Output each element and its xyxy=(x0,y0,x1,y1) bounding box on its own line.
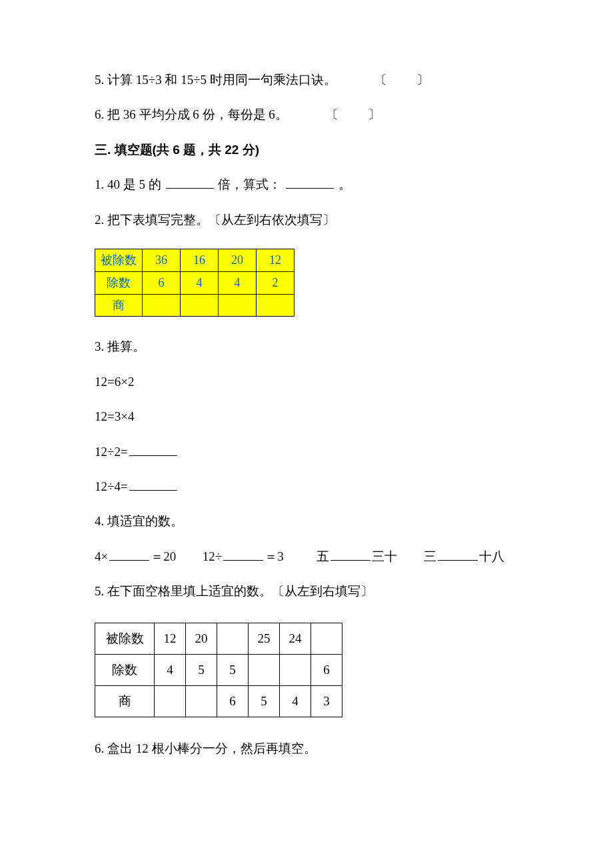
fill-question-6: 6. 盒出 12 根小棒分一分，然后再填空。 xyxy=(95,739,523,759)
bw-h6[interactable] xyxy=(311,623,342,655)
bw-h5: 24 xyxy=(280,623,311,655)
f4-c2: 三十 xyxy=(372,549,397,563)
bw-h1: 12 xyxy=(155,623,186,655)
bw-h2: 20 xyxy=(186,623,217,655)
bw-s5: 4 xyxy=(280,686,311,717)
f1-text-1: 40 是 5 的 xyxy=(107,177,161,191)
f3-l3-text: 12÷2= xyxy=(95,445,128,459)
bw-h0: 被除数 xyxy=(95,623,155,655)
q6-text: 把 36 平均分成 6 份，每份是 6。 xyxy=(107,107,288,121)
table-row: 除数 6 4 4 2 xyxy=(95,271,295,294)
f1-blank-2[interactable] xyxy=(286,175,334,189)
yt-s3[interactable] xyxy=(219,294,257,317)
yt-s0: 商 xyxy=(95,294,143,317)
table-row: 被除数 12 20 25 24 xyxy=(95,623,342,655)
q5-blank-paren[interactable]: 〔 〕 xyxy=(374,73,430,87)
f1-text-3: 。 xyxy=(338,177,351,191)
f4-a1: 4× xyxy=(95,549,108,563)
yt-r4: 2 xyxy=(257,271,295,294)
q5-number: 5. xyxy=(95,73,104,87)
yt-h2: 16 xyxy=(181,249,219,271)
table-row: 商 6 5 4 3 xyxy=(95,686,342,717)
yt-r1: 6 xyxy=(143,271,181,294)
f1-text-2: 倍，算式： xyxy=(218,177,281,191)
fill-question-4: 4. 填适宜的数。 xyxy=(95,511,523,531)
f3-number: 3. xyxy=(95,339,104,353)
yt-h1: 36 xyxy=(143,249,181,271)
f6-text: 盒出 12 根小棒分一分，然后再填空。 xyxy=(107,741,316,755)
f4-expr-row: 4×＝20 12÷＝3 五三十 三十八 xyxy=(95,547,523,567)
question-6: 6. 把 36 平均分成 6 份，每份是 6。 〔 〕 xyxy=(95,105,523,125)
f4-number: 4. xyxy=(95,514,104,528)
f3-line-2: 12=3×4 xyxy=(95,407,523,427)
yt-s2[interactable] xyxy=(181,294,219,317)
f4-blank-c[interactable] xyxy=(330,547,370,561)
bw-r3: 5 xyxy=(217,655,249,686)
fill-question-1: 1. 40 是 5 的 倍，算式： 。 xyxy=(95,175,523,195)
fill-question-3: 3. 推算。 xyxy=(95,337,523,357)
q5-text: 计算 15÷3 和 15÷5 时用同一句乘法口诀。 xyxy=(107,73,336,87)
section-3-heading: 三. 填空题(共 6 题，共 22 分) xyxy=(95,140,523,160)
yt-r3: 4 xyxy=(219,271,257,294)
f3-line-1: 12=6×2 xyxy=(95,372,523,392)
bw-h4: 25 xyxy=(249,623,280,655)
yt-h0: 被除数 xyxy=(95,249,143,271)
f4-b1: 12÷ xyxy=(203,549,222,563)
f4-d2: 十八 xyxy=(479,549,504,563)
bw-s0: 商 xyxy=(95,686,155,717)
fill-question-5: 5. 在下面空格里填上适宜的数。〔从左到右填写〕 xyxy=(95,581,523,601)
division-table-yellow: 被除数 36 16 20 12 除数 6 4 4 2 商 xyxy=(95,249,295,317)
f4-d1: 三 xyxy=(424,549,436,563)
bw-r6: 6 xyxy=(311,655,342,686)
q6-number: 6. xyxy=(95,107,104,121)
bw-s6: 3 xyxy=(311,686,342,717)
yt-h4: 12 xyxy=(257,249,295,271)
bw-s4: 5 xyxy=(249,686,280,717)
bw-r0: 除数 xyxy=(95,655,155,686)
f4-blank-a[interactable] xyxy=(109,547,149,561)
f2-text: 把下表填写完整。〔从左到右依次填写〕 xyxy=(107,213,335,227)
bw-s1[interactable] xyxy=(155,686,186,717)
f2-number: 2. xyxy=(95,213,104,227)
f4-a2: ＝20 xyxy=(151,549,176,563)
f3-line-3: 12÷2= xyxy=(95,442,523,462)
f5-number: 5. xyxy=(95,584,104,598)
division-table-bw: 被除数 12 20 25 24 除数 4 5 5 6 商 6 5 4 3 xyxy=(95,623,342,717)
bw-h3[interactable] xyxy=(217,623,249,655)
f4-c1: 五 xyxy=(316,549,329,563)
bw-s3: 6 xyxy=(217,686,249,717)
yt-h3: 20 xyxy=(219,249,257,271)
f4-blank-b[interactable] xyxy=(223,547,263,561)
f3-line-4: 12÷4= xyxy=(95,477,523,497)
f6-number: 6. xyxy=(95,741,104,755)
f3-l3-blank[interactable] xyxy=(129,443,177,456)
q6-blank-paren[interactable]: 〔 〕 xyxy=(326,107,382,121)
yt-s4[interactable] xyxy=(257,294,295,317)
yt-s1[interactable] xyxy=(143,294,181,317)
table-row: 商 xyxy=(95,294,295,317)
table-row: 除数 4 5 5 6 xyxy=(95,655,342,686)
f4-blank-d[interactable] xyxy=(438,547,478,561)
bw-r4[interactable] xyxy=(249,655,280,686)
f3-l4-blank[interactable] xyxy=(129,477,177,491)
fill-question-2: 2. 把下表填写完整。〔从左到右依次填写〕 xyxy=(95,210,523,230)
f3-text: 推算。 xyxy=(107,339,145,353)
page: 5. 计算 15÷3 和 15÷5 时用同一句乘法口诀。 〔 〕 6. 把 36… xyxy=(0,0,613,814)
f5-text: 在下面空格里填上适宜的数。〔从左到右填写〕 xyxy=(107,584,373,598)
yt-r2: 4 xyxy=(181,271,219,294)
f1-number: 1. xyxy=(95,177,104,191)
f3-l4-text: 12÷4= xyxy=(95,479,128,493)
f1-blank-1[interactable] xyxy=(166,175,214,189)
bw-r5[interactable] xyxy=(280,655,311,686)
table-row: 被除数 36 16 20 12 xyxy=(95,249,295,271)
bw-r2: 5 xyxy=(186,655,217,686)
f4-b2: ＝3 xyxy=(265,549,284,563)
question-5: 5. 计算 15÷3 和 15÷5 时用同一句乘法口诀。 〔 〕 xyxy=(95,70,523,90)
bw-s2[interactable] xyxy=(186,686,217,717)
bw-r1: 4 xyxy=(155,655,186,686)
yt-r0: 除数 xyxy=(95,271,143,294)
f4-text: 填适宜的数。 xyxy=(107,514,183,528)
